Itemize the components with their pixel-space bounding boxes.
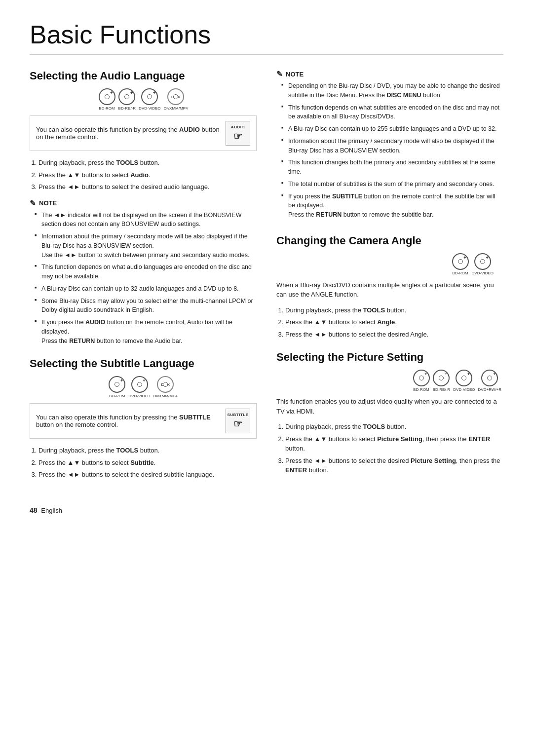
picture-step-1: During playback, press the TOOLS button. [285, 422, 503, 432]
picture-disc-icons: + BD-ROM + BD-RE/-R + DVD-VIDEO + DVD+RW… [276, 370, 501, 392]
subtitle-button-img: SUBTITLE ☞ [226, 409, 250, 433]
subtitle-note-item-4: Information about the primary / secondar… [281, 137, 503, 155]
audio-note-header: ✎ NOTE [30, 199, 257, 208]
section-subtitle-language: Selecting the Subtitle Language + BD-ROM… [30, 357, 257, 480]
subtitle-note-list: Depending on the Blu-ray Disc / DVD, you… [276, 81, 503, 220]
page-title: Basic Functions [30, 20, 503, 55]
subtitle-steps: During playback, press the TOOLS button.… [30, 446, 257, 480]
picture-disc-bdrom: + BD-ROM [413, 370, 430, 392]
subtitle-note-item-5: This function changes both the primary a… [281, 158, 503, 177]
note-icon-subtitle: ✎ [276, 70, 283, 78]
camera-intro: When a Blu-ray Disc/DVD contains multipl… [276, 280, 503, 300]
section-camera-angle: Changing the Camera Angle + BD-ROM + DVD… [276, 234, 503, 340]
subtitle-step-3: Press the ◄► buttons to select the desir… [38, 470, 257, 480]
col-left: Selecting the Audio Language + BD-ROM + … [30, 70, 257, 491]
audio-note-item-1: The ◄► indicator will not be displayed o… [35, 211, 257, 229]
page-footer: 48 English [30, 506, 503, 514]
subtitle-note-item-2: This function depends on what subtitles … [281, 103, 503, 122]
picture-intro: This function enables you to adjust vide… [276, 397, 503, 416]
audio-note-label: NOTE [39, 199, 57, 207]
note-icon: ✎ [30, 199, 36, 208]
subtitle-language-title: Selecting the Subtitle Language [30, 357, 257, 370]
audio-step-2: Press the ▲▼ buttons to select Audio. [38, 170, 257, 180]
camera-steps: During playback, press the TOOLS button.… [276, 305, 503, 340]
audio-language-title: Selecting the Audio Language [30, 70, 257, 82]
subtitle-disc-bdrom: + BD-ROM [109, 376, 125, 398]
footer-page-num: 48 [30, 506, 38, 514]
camera-angle-title: Changing the Camera Angle [276, 234, 503, 247]
picture-disc-bdrer: + BD-RE/-R [433, 370, 451, 392]
section-picture-setting: Selecting the Picture Setting + BD-ROM +… [276, 351, 503, 475]
subtitle-info-box: You can also operate this function by pr… [30, 403, 257, 439]
audio-step-3: Press the ◄► buttons to select the desir… [38, 182, 257, 192]
subtitle-disc-dvd: + DVD-VIDEO [128, 376, 150, 398]
picture-step-3: Press the ◄► buttons to select the desir… [285, 456, 503, 475]
subtitle-step-1: During playback, press the TOOLS button. [38, 446, 257, 455]
audio-note-item-3: This function depends on what audio lang… [35, 263, 257, 281]
subtitle-note-item-1: Depending on the Blu-ray Disc / DVD, you… [281, 81, 503, 100]
disc-icon-divx: DivX DivXMM/MP4 [164, 88, 188, 111]
audio-note-item-5: Some Blu-ray Discs may allow you to sele… [35, 297, 257, 315]
disc-icon-bdrom: + BD-ROM [99, 88, 115, 111]
audio-note-item-2: Information about the primary / secondar… [35, 232, 257, 260]
section-audio-language: Selecting the Audio Language + BD-ROM + … [30, 70, 257, 345]
audio-info-box: You can also operate this function by pr… [30, 115, 257, 151]
audio-step-1: During playback, press the TOOLS button. [38, 158, 257, 168]
picture-setting-title: Selecting the Picture Setting [276, 351, 503, 364]
subtitle-note-header: ✎ NOTE [276, 70, 503, 78]
audio-button-img: AUDIO ☞ [226, 121, 250, 146]
audio-info-text: You can also operate this function by pr… [36, 126, 221, 141]
picture-step-2: Press the ▲▼ buttons to select Picture S… [285, 434, 503, 454]
disc-icon-bdrer: + BD-RE/-R [118, 88, 136, 111]
audio-note: ✎ NOTE The ◄► indicator will not be disp… [30, 199, 257, 346]
audio-note-item-4: A Blu-ray Disc can contain up to 32 audi… [35, 284, 257, 294]
audio-note-list: The ◄► indicator will not be displayed o… [30, 211, 257, 346]
subtitle-disc-icons: + BD-ROM + DVD-VIDEO DivX DivXMM/MP4 [30, 376, 257, 398]
subtitle-disc-divx: DivX DivXMM/MP4 [153, 376, 178, 398]
subtitle-note: ✎ NOTE Depending on the Blu-ray Disc / D… [276, 70, 503, 220]
camera-step-1: During playback, press the TOOLS button. [285, 305, 503, 315]
col-right: ✎ NOTE Depending on the Blu-ray Disc / D… [276, 70, 503, 491]
audio-disc-icons: + BD-ROM + BD-RE/-R + DVD-VIDEO DivX Div… [30, 88, 257, 111]
subtitle-info-text: You can also operate this function by pr… [36, 414, 221, 428]
camera-disc-icons: + BD-ROM + DVD-VIDEO [276, 253, 494, 275]
subtitle-note-label: NOTE [286, 71, 304, 78]
audio-note-item-6: If you press the AUDIO button on the rem… [35, 318, 257, 345]
subtitle-note-item-7: If you press the SUBTITLE button on the … [281, 192, 503, 220]
camera-disc-bdrom: + BD-ROM [452, 253, 469, 275]
footer-lang: English [41, 507, 62, 514]
subtitle-note-item-6: The total number of subtitles is the sum… [281, 180, 503, 189]
picture-steps: During playback, press the TOOLS button.… [276, 422, 503, 475]
camera-step-3: Press the ◄► buttons to select the desir… [285, 330, 503, 340]
subtitle-step-2: Press the ▲▼ buttons to select Subtitle. [38, 458, 257, 468]
disc-icon-dvdvideo: + DVD-VIDEO [139, 88, 160, 111]
audio-steps: During playback, press the TOOLS button.… [30, 158, 257, 192]
camera-step-2: Press the ▲▼ buttons to select Angle. [285, 317, 503, 327]
camera-disc-dvd: + DVD-VIDEO [472, 253, 494, 275]
picture-disc-dvdvideo: + DVD-VIDEO [453, 370, 475, 392]
picture-disc-dvdrw: + DVD+RW/+R [478, 370, 501, 392]
subtitle-note-item-3: A Blu-ray Disc can contain up to 255 sub… [281, 124, 503, 134]
